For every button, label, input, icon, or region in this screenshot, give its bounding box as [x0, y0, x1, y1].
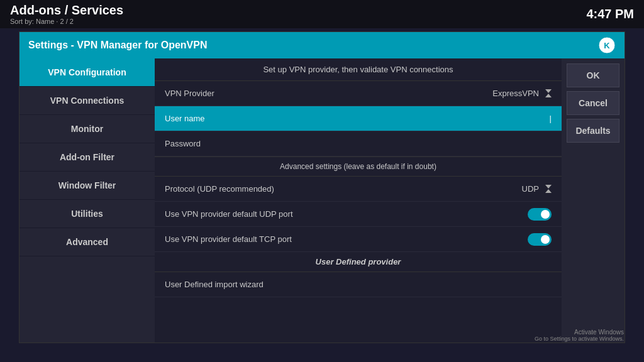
protocol-arrows[interactable]	[545, 185, 552, 193]
tcp-port-row[interactable]: Use VPN provider default TCP port	[155, 227, 562, 252]
user-defined-part2: provider	[368, 257, 401, 266]
sidebar-item-add-on-filter[interactable]: Add-on Filter	[19, 143, 155, 172]
sidebar: VPN Configuration VPN Connections Monito…	[19, 58, 155, 343]
protocol-label: Protocol (UDP recommended)	[165, 184, 522, 194]
defaults-button[interactable]: Defaults	[567, 119, 619, 143]
password-label: Password	[165, 139, 552, 148]
vpn-provider-label: VPN Provider	[165, 89, 492, 98]
advanced-settings-header: Advanced settings (leave as default if i…	[155, 156, 562, 177]
sidebar-item-advanced[interactable]: Advanced	[19, 228, 155, 256]
sidebar-item-vpn-connections[interactable]: VPN Connections	[19, 87, 155, 115]
sidebar-item-window-filter[interactable]: Window Filter	[19, 172, 155, 200]
kodi-logo-icon: K	[598, 36, 616, 54]
right-panel: OK Cancel Defaults	[562, 58, 625, 343]
protocol-row[interactable]: Protocol (UDP recommended) UDP	[155, 177, 562, 202]
dialog-header: Settings - VPN Manager for OpenVPN K	[19, 32, 625, 58]
protocol-arrow-up[interactable]	[545, 189, 552, 193]
protocol-value: UDP	[522, 184, 552, 194]
udp-port-toggle[interactable]	[528, 208, 552, 221]
page-subtitle: Sort by: Name · 2 / 2	[10, 18, 123, 25]
top-bar-left: Add-ons / Services Sort by: Name · 2 / 2	[10, 3, 123, 25]
vpn-provider-arrow-down[interactable]	[545, 89, 552, 93]
cancel-button[interactable]: Cancel	[567, 91, 619, 115]
activate-line2: Go to Settings to activate Windows.	[535, 336, 624, 342]
activate-line1: Activate Windows	[535, 329, 624, 336]
tcp-port-label: Use VPN provider default TCP port	[165, 234, 528, 244]
user-defined-import-label: User Defined import wizard	[165, 280, 552, 289]
vpn-provider-row[interactable]: VPN Provider ExpressVPN	[155, 81, 562, 106]
user-defined-import-row[interactable]: User Defined import wizard	[155, 272, 562, 297]
user-defined-part1: User Defined	[316, 257, 366, 266]
udp-port-row[interactable]: Use VPN provider default UDP port	[155, 202, 562, 227]
tcp-port-toggle[interactable]	[528, 233, 552, 246]
username-label: User name	[165, 114, 550, 123]
settings-content: Set up VPN provider, then validate VPN c…	[155, 58, 562, 343]
vpn-provider-value: ExpressVPN	[492, 89, 552, 98]
password-row[interactable]: Password	[155, 131, 562, 156]
vpn-provider-arrows[interactable]	[545, 89, 552, 97]
sidebar-item-monitor[interactable]: Monitor	[19, 115, 155, 143]
username-row[interactable]: User name |	[155, 106, 562, 131]
sidebar-item-vpn-configuration[interactable]: VPN Configuration	[19, 58, 155, 87]
sidebar-item-utilities[interactable]: Utilities	[19, 200, 155, 228]
settings-dialog: Settings - VPN Manager for OpenVPN K VPN…	[19, 31, 625, 343]
ok-button[interactable]: OK	[567, 63, 619, 87]
top-bar: Add-ons / Services Sort by: Name · 2 / 2…	[0, 0, 644, 28]
dialog-body: VPN Configuration VPN Connections Monito…	[19, 58, 625, 343]
user-defined-header: User Defined provider	[155, 252, 562, 272]
udp-port-label: Use VPN provider default UDP port	[165, 209, 528, 219]
svg-text:K: K	[604, 41, 610, 50]
clock: 4:47 PM	[586, 7, 634, 21]
username-cursor: |	[550, 114, 552, 123]
dialog-title: Settings - VPN Manager for OpenVPN	[28, 40, 207, 51]
protocol-arrow-down[interactable]	[545, 185, 552, 189]
setup-header: Set up VPN provider, then validate VPN c…	[155, 58, 562, 81]
vpn-provider-arrow-up[interactable]	[545, 94, 552, 97]
page-title: Add-ons / Services	[10, 3, 123, 18]
activate-watermark: Activate Windows Go to Settings to activ…	[535, 329, 624, 342]
